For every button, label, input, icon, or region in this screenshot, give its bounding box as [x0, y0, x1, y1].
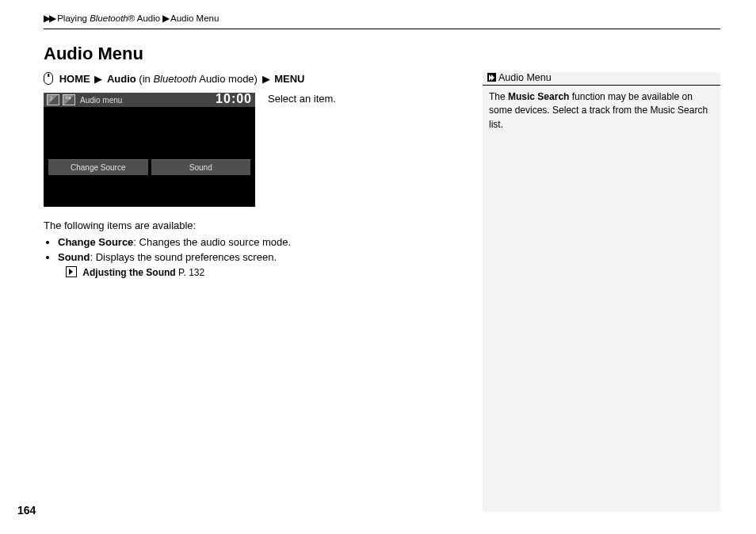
nav-sep2: ▶ [262, 73, 270, 85]
main-column: HOME ▶ Audio (in Bluetooth Audio mode) ▶… [44, 72, 473, 512]
nav-mode-em: Bluetooth [153, 73, 197, 85]
nav-home: HOME [59, 73, 90, 85]
breadcrumb-part2: Audio Menu [170, 13, 219, 23]
breadcrumb-tm: ® [128, 13, 135, 23]
mouse-icon [44, 72, 53, 85]
breadcrumb-part1-pre: Playing [57, 13, 90, 23]
sidebar-heading: Audio Menu [483, 72, 720, 86]
screen-top-label: Audio menu [80, 96, 122, 105]
list-item: Change Source: Changes the audio source … [58, 236, 473, 248]
nav-sep1: ▶ [94, 73, 102, 85]
screen-topbar: Audio menu 10:00 [44, 93, 255, 107]
nav-audio: Audio [107, 73, 136, 85]
screen-clock: 10:00 [216, 92, 252, 106]
nav-line: HOME ▶ Audio (in Bluetooth Audio mode) ▶… [44, 72, 473, 85]
xref-icon [66, 266, 77, 277]
device-screenshot: Audio menu 10:00 Change Source Sound [44, 93, 255, 207]
breadcrumb-arrows: ▶▶ [44, 13, 55, 23]
sidebar-arrow-icon [487, 73, 496, 82]
item-change-source-desc: : Changes the audio source mode. [133, 236, 291, 248]
instruction-text: Select an item. [268, 93, 336, 105]
breadcrumb: ▶▶ Playing Bluetooth® Audio ▶ Audio Menu [44, 13, 720, 26]
xref-label: Adjusting the Sound [82, 267, 175, 278]
item-change-source-label: Change Source [58, 236, 133, 248]
follow-intro: The following items are available: [44, 219, 473, 231]
nav-menu: MENU [274, 73, 304, 85]
nav-mode-suf: Audio mode) [197, 73, 260, 85]
screen-button-sound: Sound [151, 159, 251, 175]
nav-mode-pre: (in [136, 73, 154, 85]
breadcrumb-part1-after: Audio [135, 13, 160, 23]
item-sound-desc: : Displays the sound preferences screen. [90, 251, 277, 263]
item-list: Change Source: Changes the audio source … [44, 236, 473, 263]
cross-reference: Adjusting the Sound P. 132 [66, 266, 473, 278]
page-title: Audio Menu [44, 44, 720, 64]
sidebar-head-text: Audio Menu [498, 72, 552, 83]
breadcrumb-sep: ▶ [162, 13, 168, 23]
item-sound-label: Sound [58, 251, 90, 263]
page-number: 164 [17, 504, 36, 517]
screen-button-change-source: Change Source [48, 159, 148, 175]
breadcrumb-part1-em: Bluetooth [90, 13, 128, 23]
sidebar-column: Audio Menu The Music Search function may… [483, 72, 720, 512]
breadcrumb-underline [44, 29, 720, 29]
sidebar-body: The Music Search function may be availab… [483, 86, 720, 136]
xref-page: P. 132 [176, 267, 204, 278]
list-item: Sound: Displays the sound preferences sc… [58, 251, 473, 263]
music-note-icon [47, 94, 59, 105]
back-arrow-icon [63, 94, 75, 105]
sidebar-body-bold: Music Search [508, 91, 569, 102]
sidebar-body-pre: The [489, 91, 508, 102]
